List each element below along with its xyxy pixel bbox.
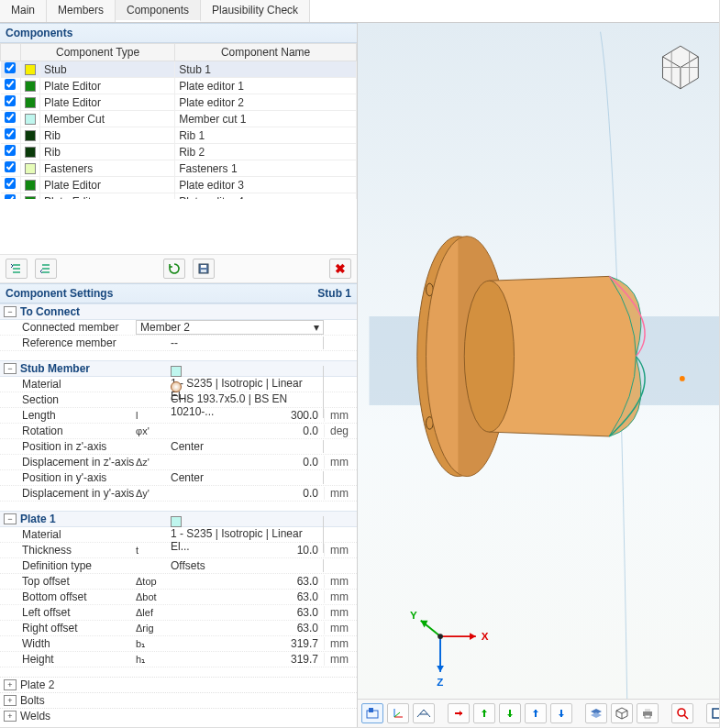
svg-marker-19 xyxy=(437,666,444,672)
view-z-button[interactable] xyxy=(550,703,572,723)
label-width: Width xyxy=(17,637,136,650)
perspective-button[interactable] xyxy=(413,703,435,723)
connected-member-select[interactable]: Member 2▾ xyxy=(136,320,324,335)
value-width[interactable]: 319.7 xyxy=(167,637,324,650)
view-neg-y-button[interactable] xyxy=(473,703,495,723)
label-height: Height xyxy=(17,653,136,666)
group-plate-2[interactable]: +Plate 2 xyxy=(0,677,357,692)
iso-view-button[interactable] xyxy=(611,703,633,723)
group-bolts[interactable]: +Bolts xyxy=(0,692,357,708)
view-cube-icon xyxy=(662,46,698,89)
delete-button[interactable]: ✖ xyxy=(329,259,351,279)
svg-text:X: X xyxy=(482,630,489,642)
table-row[interactable]: Plate EditorPlate editor 1 xyxy=(1,78,357,94)
table-row[interactable]: Member CutMember cut 1 xyxy=(1,111,357,127)
move-up-button[interactable] xyxy=(6,259,28,279)
svg-rect-54 xyxy=(713,709,719,718)
value-left[interactable]: 63.0 xyxy=(167,606,324,619)
value-rotation[interactable]: 0.0 xyxy=(167,425,324,437)
table-row[interactable]: Plate EditorPlate editor 3 xyxy=(1,177,357,193)
top-tabs: Main Members Components Plausibility Che… xyxy=(0,0,719,23)
collapse-icon[interactable]: − xyxy=(4,513,17,524)
section-icon xyxy=(171,381,182,392)
view-y-button[interactable] xyxy=(499,703,521,723)
zoom-button[interactable] xyxy=(671,703,693,723)
value-disp-z[interactable]: 0.0 xyxy=(167,456,324,469)
work-plane-button[interactable] xyxy=(361,703,383,723)
layers-button[interactable] xyxy=(585,703,607,723)
table-row[interactable]: Plate EditorPlate editor 2 xyxy=(1,94,357,111)
material-swatch-icon xyxy=(171,366,182,377)
col-type[interactable]: Component Type xyxy=(21,44,175,61)
collapse-icon[interactable]: − xyxy=(4,306,17,317)
expand-icon[interactable]: + xyxy=(4,711,17,722)
color-swatch-icon xyxy=(25,97,36,108)
label-pos-y: Position in y'-axis xyxy=(17,471,136,484)
label-rotation: Rotation xyxy=(17,425,136,437)
label-disp-y: Displacement in y'-axis xyxy=(17,487,136,500)
components-toolbar: ✖ xyxy=(0,254,357,283)
value-thickness[interactable]: 10.0 xyxy=(167,544,324,557)
table-row[interactable]: FastenersFasteners 1 xyxy=(1,160,357,177)
refresh-button[interactable] xyxy=(163,259,185,279)
group-to-connect[interactable]: −To Connect xyxy=(0,303,357,320)
value-deftype[interactable]: Offsets xyxy=(167,559,324,572)
svg-rect-50 xyxy=(645,709,650,711)
ucs-button[interactable] xyxy=(387,703,409,723)
cell-type: Rib xyxy=(40,127,175,144)
color-swatch-icon xyxy=(25,130,36,141)
collapse-icon[interactable]: − xyxy=(4,363,17,374)
value-length[interactable]: 300.0 xyxy=(167,409,324,422)
row-checkbox[interactable] xyxy=(5,95,16,106)
row-checkbox[interactable] xyxy=(5,112,16,123)
row-checkbox[interactable] xyxy=(5,178,16,189)
cell-type: Plate Editor xyxy=(40,94,175,111)
svg-marker-40 xyxy=(507,714,513,717)
tab-components[interactable]: Components xyxy=(116,0,201,22)
value-pos-y[interactable]: Center xyxy=(167,471,324,484)
cell-name: Rib 1 xyxy=(175,127,357,144)
label-disp-z: Displacement in z'-axis xyxy=(17,456,136,469)
value-top[interactable]: 63.0 xyxy=(167,575,324,588)
expand-icon[interactable]: + xyxy=(4,679,17,690)
value-reference-member[interactable]: -- xyxy=(167,336,324,349)
value-right[interactable]: 63.0 xyxy=(167,622,324,634)
view-neg-z-button[interactable] xyxy=(525,703,547,723)
cell-name: Rib 2 xyxy=(175,144,357,160)
row-checkbox[interactable] xyxy=(5,145,16,156)
col-check xyxy=(1,44,21,61)
expand-icon[interactable]: + xyxy=(4,695,17,706)
model-render: X Y Z xyxy=(358,23,719,699)
label-connected-member: Connected member xyxy=(17,321,136,334)
value-pos-z[interactable]: Center xyxy=(167,440,324,453)
table-row[interactable]: RibRib 1 xyxy=(1,127,357,144)
value-height[interactable]: 319.7 xyxy=(167,653,324,666)
color-swatch-icon xyxy=(25,180,36,191)
print-button[interactable] xyxy=(637,703,659,723)
svg-point-12 xyxy=(464,281,514,432)
settings-tree: −To Connect Connected member Member 2▾ R… xyxy=(0,303,357,727)
row-checkbox[interactable] xyxy=(5,79,16,90)
save-button[interactable] xyxy=(193,259,215,279)
value-disp-y[interactable]: 0.0 xyxy=(167,487,324,500)
group-welds[interactable]: +Welds xyxy=(0,708,357,723)
close-icon: ✖ xyxy=(335,261,346,276)
value-bottom[interactable]: 63.0 xyxy=(167,590,324,603)
table-row[interactable]: RibRib 2 xyxy=(1,144,357,160)
chevron-down-icon: ▾ xyxy=(314,321,319,334)
table-row[interactable]: StubStub 1 xyxy=(1,61,357,78)
row-checkbox[interactable] xyxy=(5,62,16,73)
row-checkbox[interactable] xyxy=(5,161,16,172)
tab-members[interactable]: Members xyxy=(47,0,116,22)
tab-main[interactable]: Main xyxy=(0,0,47,22)
view-x-button[interactable] xyxy=(448,703,470,723)
move-down-button[interactable] xyxy=(35,259,57,279)
3d-viewport[interactable]: X Y Z xyxy=(358,23,719,699)
col-name[interactable]: Component Name xyxy=(175,44,357,61)
svg-rect-1 xyxy=(201,265,206,268)
svg-point-20 xyxy=(438,634,443,639)
row-checkbox[interactable] xyxy=(5,128,16,139)
settings-title: Component Settings Stub 1 xyxy=(0,283,357,303)
tab-plausibility[interactable]: Plausibility Check xyxy=(201,0,310,22)
maximize-button[interactable] xyxy=(706,703,719,723)
